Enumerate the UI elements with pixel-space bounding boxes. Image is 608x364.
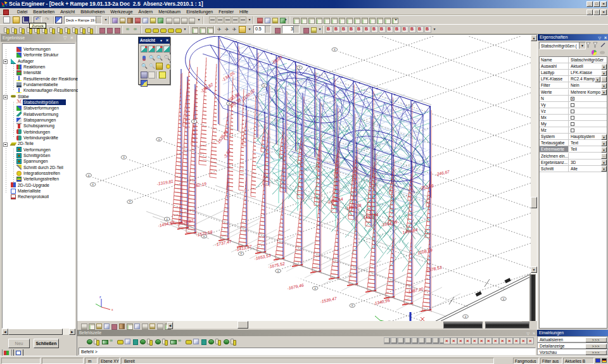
svg-text:-1413,37: -1413,37 [235, 244, 253, 252]
svg-text:-246,67: -246,67 [435, 169, 450, 177]
svg-text:-3,82: -3,82 [222, 149, 232, 160]
svg-text:-1675,52: -1675,52 [268, 261, 286, 269]
svg-text:-1340,95: -1340,95 [373, 298, 391, 306]
svg-text:z: z [99, 295, 101, 299]
svg-text:x: x [111, 308, 113, 311]
svg-text:-1737,47: -1737,47 [215, 239, 232, 247]
svg-text:-1679,46: -1679,46 [287, 283, 305, 291]
svg-text:-1496,54: -1496,54 [326, 197, 344, 204]
svg-text:1459,84: 1459,84 [402, 227, 418, 235]
svg-text:-1653,53: -1653,53 [254, 253, 272, 261]
svg-text:-1319,81: -1319,81 [156, 179, 174, 186]
svg-text:-1494,87: -1494,87 [158, 220, 175, 228]
svg-text:-1539,47: -1539,47 [320, 296, 338, 304]
svg-text:-1460,38: -1460,38 [345, 203, 362, 211]
svg-text:-1487,30: -1487,30 [407, 287, 424, 294]
svg-text:-1578,53: -1578,53 [425, 265, 443, 273]
